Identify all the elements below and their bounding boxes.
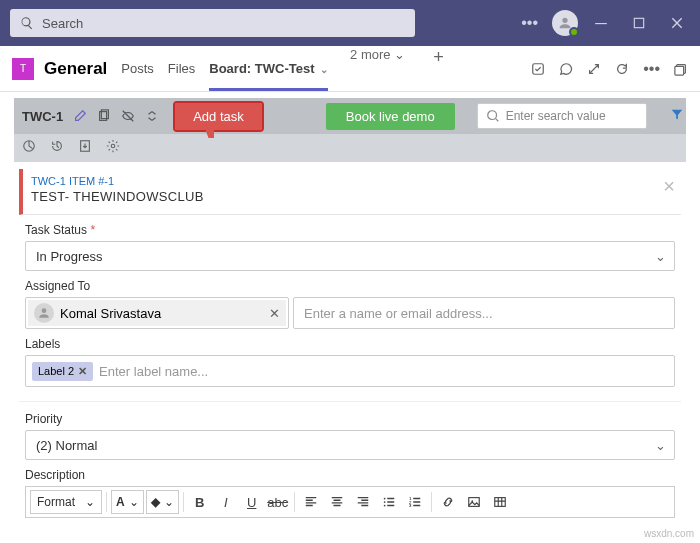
tab-more[interactable]: 2 more ⌄ [342,47,405,91]
board-toolbar: TWC-1 Add task Book live demo Enter sear… [14,98,686,134]
assigned-label: Assigned To [25,279,675,293]
channel-header: T General Posts Files Board: TWC-Test ⌄ … [0,46,700,92]
labels-input[interactable]: Label 2 ✕ Enter label name... [25,355,675,387]
svg-point-11 [383,501,385,503]
align-center-button[interactable] [325,495,349,509]
item-id[interactable]: TWC-1 ITEM #-1 [31,175,673,189]
search-icon [20,16,34,30]
link-button[interactable] [436,495,460,509]
assignee-box[interactable]: Komal Srivastava ✕ [25,297,289,329]
strike-button[interactable]: abc [266,495,290,510]
font-color-select[interactable]: A⌄ [111,490,144,514]
remove-label-button[interactable]: ✕ [78,365,87,378]
svg-rect-18 [494,498,505,507]
tab-posts[interactable]: Posts [121,47,154,91]
remove-assignee-button[interactable]: ✕ [269,306,280,321]
search-placeholder: Search [42,16,83,31]
chevron-down-icon: ⌄ [655,438,666,453]
channel-tabs: Posts Files Board: TWC-Test ⌄ 2 more ⌄ + [121,47,443,91]
edit-icon[interactable] [73,109,87,123]
assignee-input[interactable]: Enter a name or email address... [293,297,675,329]
item-header: TWC-1 ITEM #-1 TEST- THEWINDOWSCLUB × [19,169,681,215]
priority-label: Priority [25,412,675,426]
close-button[interactable] [662,9,692,37]
align-right-button[interactable] [351,495,375,509]
fill-color-select[interactable]: ◆⌄ [146,490,179,514]
board-subtoolbar [14,134,686,162]
status-label: Task Status * [25,223,675,237]
image-button[interactable] [462,495,486,509]
add-task-button[interactable]: Add task [175,103,262,130]
add-tab-button[interactable]: + [433,47,444,91]
watermark: wsxdn.com [644,528,694,539]
teams-titlebar: Search ••• [0,0,700,46]
presence-indicator [569,27,579,37]
description-label: Description [25,468,675,482]
callout-arrow [200,124,214,138]
app-icon[interactable] [531,62,545,76]
table-button[interactable] [488,495,512,509]
settings-icon[interactable] [106,139,120,157]
user-avatar[interactable] [552,10,578,36]
bullet-list-button[interactable] [377,495,401,509]
popout-icon[interactable] [674,62,688,76]
format-select[interactable]: Format⌄ [30,490,102,514]
channel-name[interactable]: General [44,59,107,79]
copy-icon[interactable] [97,109,111,123]
chevron-down-icon: ⌄ [320,64,328,75]
svg-rect-0 [595,23,607,24]
status-select[interactable]: In Progress ⌄ [25,241,675,271]
project-label[interactable]: TWC-1 [22,109,63,124]
task-form-panel: TWC-1 ITEM #-1 TEST- THEWINDOWSCLUB × Ta… [14,168,686,519]
svg-point-10 [383,498,385,500]
collapse-icon[interactable] [145,109,159,123]
label-chip[interactable]: Label 2 ✕ [32,362,93,381]
chart-icon[interactable] [22,139,36,157]
rich-text-toolbar: Format⌄ A⌄ ◆⌄ B I U abc 123 [25,486,675,518]
item-title[interactable]: TEST- THEWINDOWSCLUB [31,189,673,204]
underline-button[interactable]: U [240,495,264,510]
svg-rect-2 [533,63,544,74]
tab-board[interactable]: Board: TWC-Test ⌄ [209,47,328,91]
expand-icon[interactable] [587,62,601,76]
refresh-icon[interactable] [615,62,629,76]
svg-rect-1 [634,18,643,27]
maximize-button[interactable] [624,9,654,37]
svg-rect-16 [468,498,479,507]
visibility-icon[interactable] [121,109,135,123]
tab-files[interactable]: Files [168,47,195,91]
global-search[interactable]: Search [10,9,415,37]
minimize-button[interactable] [586,9,616,37]
close-panel-button[interactable]: × [663,175,675,198]
team-badge[interactable]: T [12,58,34,80]
svg-point-9 [111,144,115,148]
numbered-list-button[interactable]: 123 [403,495,427,509]
bold-button[interactable]: B [188,495,212,510]
export-icon[interactable] [78,139,92,157]
labels-label: Labels [25,337,675,351]
filter-icon[interactable] [670,107,684,125]
svg-point-12 [383,505,385,507]
book-demo-button[interactable]: Book live demo [326,103,455,130]
svg-text:3: 3 [409,503,412,508]
italic-button[interactable]: I [214,495,238,510]
person-icon [34,303,54,323]
align-left-button[interactable] [299,495,323,509]
priority-select[interactable]: (2) Normal ⌄ [25,430,675,460]
history-icon[interactable] [50,139,64,157]
assignee-chip[interactable]: Komal Srivastava ✕ [28,300,286,326]
more-menu[interactable]: ••• [515,14,544,32]
search-input[interactable]: Enter search value [477,103,647,129]
chat-icon[interactable] [559,62,573,76]
svg-point-7 [487,111,496,120]
chevron-down-icon: ⌄ [655,249,666,264]
search-icon [486,109,500,123]
svg-rect-4 [675,66,684,75]
more-icon[interactable]: ••• [643,60,660,78]
